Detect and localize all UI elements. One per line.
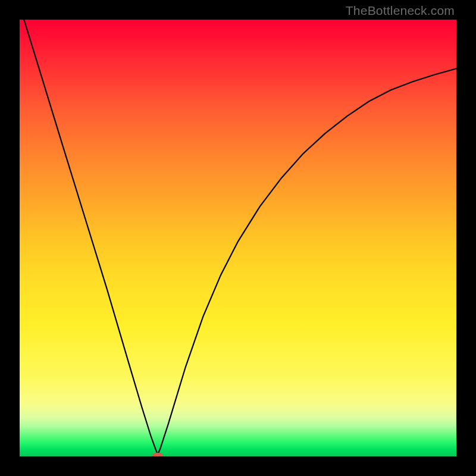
- chart-container: TheBottleneck.com: [0, 0, 476, 476]
- watermark-label: TheBottleneck.com: [346, 4, 455, 18]
- plot-area: [20, 20, 456, 456]
- minimum-marker: [152, 453, 163, 456]
- curve-svg: [20, 20, 456, 456]
- curve-path: [24, 20, 456, 455]
